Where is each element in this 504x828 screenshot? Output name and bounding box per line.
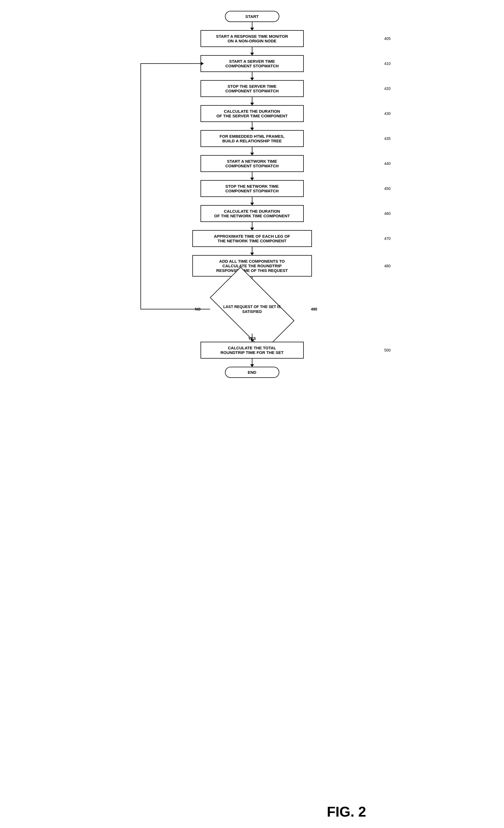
node-430: CALCULATE THE DURATION OF THE SERVER TIM… xyxy=(201,105,304,122)
node-420: STOP THE SERVER TIME COMPONENT STOPWATCH xyxy=(201,80,304,97)
node-410-wrapper: START A SERVER TIME COMPONENT STOPWATCH … xyxy=(130,55,374,72)
node-410: START A SERVER TIME COMPONENT STOPWATCH xyxy=(201,55,304,72)
arrow-start-405 xyxy=(252,22,252,30)
end-node-wrapper: END xyxy=(130,367,374,378)
node-460: CALCULATE THE DURATION OF THE NETWORK TI… xyxy=(201,205,304,222)
ref-405: 405 xyxy=(384,36,390,41)
arrow-410-420 xyxy=(252,72,252,80)
arrow-470-480 xyxy=(252,247,252,255)
ref-470: 470 xyxy=(384,236,390,241)
end-node: END xyxy=(225,367,279,378)
ref-450: 450 xyxy=(384,187,390,191)
node-450-wrapper: STOP THE NETWORK TIME COMPONENT STOPWATC… xyxy=(130,180,374,197)
node-490-wrapper: LAST REQUEST OF THE SET IS SATISFIED 490… xyxy=(130,285,374,334)
node-460-wrapper: CALCULATE THE DURATION OF THE NETWORK TI… xyxy=(130,205,374,222)
arrow-490-500 xyxy=(252,334,252,342)
node-500-wrapper: CALCULATE THE TOTAL ROUNDTRIP TIME FOR T… xyxy=(130,342,374,359)
ref-410: 410 xyxy=(384,61,390,66)
ref-420: 420 xyxy=(384,86,390,91)
arrow-450-460 xyxy=(252,197,252,205)
ref-435: 435 xyxy=(384,136,390,141)
no-label: NO xyxy=(195,307,201,311)
node-440-wrapper: START A NETWORK TIME COMPONENT STOPWATCH… xyxy=(130,155,374,172)
ref-480: 480 xyxy=(384,264,390,268)
start-node: START xyxy=(225,11,279,22)
ref-490: 490 xyxy=(311,307,317,311)
arrow-405-410 xyxy=(252,47,252,55)
node-480: ADD ALL TIME COMPONENTS TO CALCULATE THE… xyxy=(193,255,312,277)
arrow-430-435 xyxy=(252,122,252,130)
node-480-wrapper: ADD ALL TIME COMPONENTS TO CALCULATE THE… xyxy=(130,255,374,277)
ref-440: 440 xyxy=(384,161,390,166)
node-405-wrapper: START A RESPONSE TIME MONITOR ON A NON-O… xyxy=(130,30,374,47)
node-500: CALCULATE THE TOTAL ROUNDTRIP TIME FOR T… xyxy=(201,342,304,359)
node-435-wrapper: FOR EMBEDDED HTML FRAMES, BUILD A RELATI… xyxy=(130,130,374,147)
node-490-text: LAST REQUEST OF THE SET IS SATISFIED xyxy=(214,287,290,331)
arrow-460-470 xyxy=(252,222,252,230)
ref-430: 430 xyxy=(384,111,390,116)
fig-label: FIG. 2 xyxy=(327,803,366,820)
arrow-440-450 xyxy=(252,172,252,180)
arrow-420-430 xyxy=(252,97,252,105)
diagram-container: START START A RESPONSE TIME MONITOR ON A… xyxy=(130,5,374,823)
node-440: START A NETWORK TIME COMPONENT STOPWATCH xyxy=(201,155,304,172)
node-405: START A RESPONSE TIME MONITOR ON A NON-O… xyxy=(201,30,304,47)
ref-460: 460 xyxy=(384,211,390,216)
arrow-435-440 xyxy=(252,147,252,155)
start-node-wrapper: START xyxy=(130,11,374,22)
node-450: STOP THE NETWORK TIME COMPONENT STOPWATC… xyxy=(201,180,304,197)
node-430-wrapper: CALCULATE THE DURATION OF THE SERVER TIM… xyxy=(130,105,374,122)
ref-500: 500 xyxy=(384,348,390,352)
node-435: FOR EMBEDDED HTML FRAMES, BUILD A RELATI… xyxy=(201,130,304,147)
node-470: APPROXIMATE TIME OF EACH LEG OF THE NETW… xyxy=(193,230,312,247)
node-470-wrapper: APPROXIMATE TIME OF EACH LEG OF THE NETW… xyxy=(130,230,374,247)
node-420-wrapper: STOP THE SERVER TIME COMPONENT STOPWATCH… xyxy=(130,80,374,97)
flowchart: START START A RESPONSE TIME MONITOR ON A… xyxy=(130,11,374,378)
arrow-500-end xyxy=(252,359,252,367)
